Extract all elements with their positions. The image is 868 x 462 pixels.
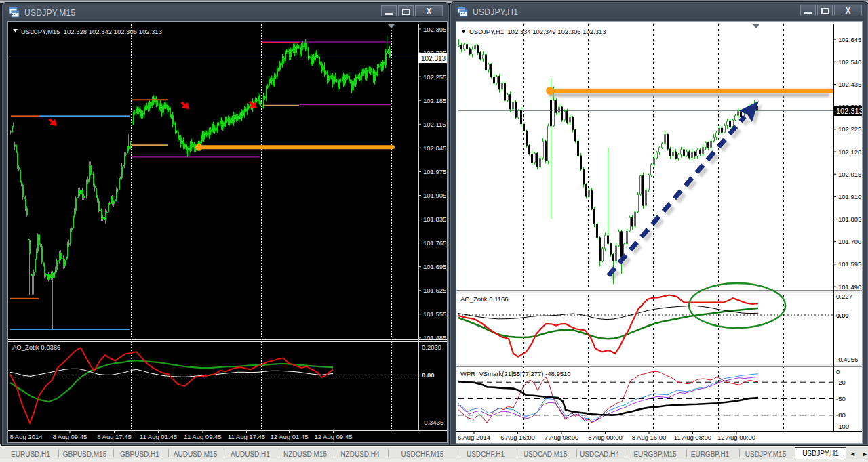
svg-text:0: 0: [836, 368, 840, 375]
svg-text:101.905: 101.905: [423, 192, 446, 199]
svg-text:0.227: 0.227: [836, 293, 852, 300]
svg-text:8 Aug 16:00: 8 Aug 16:00: [632, 434, 667, 441]
svg-text:102.395: 102.395: [423, 26, 446, 33]
svg-text:11 Aug 17:45: 11 Aug 17:45: [228, 433, 265, 440]
svg-text:101.555: 101.555: [423, 310, 446, 318]
svg-text:102.115: 102.115: [423, 121, 446, 128]
svg-text:102.540: 102.540: [838, 58, 861, 66]
svg-text:USDJPY,M15 102.328 102.342 10: USDJPY,M15 102.328 102.342 102.306 102.3…: [21, 28, 162, 35]
svg-text:6 Aug 2014: 6 Aug 2014: [458, 434, 490, 441]
svg-text:0.00: 0.00: [422, 371, 435, 379]
svg-text:-100: -100: [836, 423, 849, 430]
svg-text:WPR_VSmark(21|55|77|277) -48.9: WPR_VSmark(21|55|77|277) -48.9510: [460, 370, 571, 377]
svg-text:102.045: 102.045: [423, 144, 446, 152]
svg-text:102.435: 102.435: [838, 81, 861, 88]
svg-text:101.835: 101.835: [423, 215, 446, 223]
svg-text:101.975: 101.975: [423, 168, 446, 175]
svg-text:0.2039: 0.2039: [422, 343, 441, 351]
svg-text:6 Aug 16:00: 6 Aug 16:00: [500, 434, 535, 441]
svg-text:11 Aug 08:00: 11 Aug 08:00: [674, 434, 711, 441]
svg-text:-0.4956: -0.4956: [836, 356, 858, 363]
svg-text:101.695: 101.695: [423, 263, 446, 270]
svg-text:-80: -80: [836, 411, 846, 419]
svg-text:101.595: 101.595: [838, 260, 861, 268]
svg-text:101.805: 101.805: [838, 215, 861, 223]
svg-text:12 Aug 00:00: 12 Aug 00:00: [717, 434, 755, 441]
svg-text:USDJPY,H1 102.334 102.349 102: USDJPY,H1 102.334 102.349 102.306 102.31…: [469, 28, 606, 35]
svg-text:AO_Zotik 0.0386: AO_Zotik 0.0386: [12, 343, 60, 351]
svg-text:101.625: 101.625: [423, 287, 446, 294]
svg-text:102.313: 102.313: [836, 107, 862, 115]
svg-text:11 Aug 09:45: 11 Aug 09:45: [184, 433, 221, 440]
svg-text:8 Aug 17:45: 8 Aug 17:45: [97, 433, 132, 440]
svg-text:101.490: 101.490: [838, 283, 861, 291]
svg-text:8 Aug 09:45: 8 Aug 09:45: [53, 433, 87, 440]
svg-text:AO_Zotik 0.1166: AO_Zotik 0.1166: [460, 295, 509, 303]
svg-text:8 Aug 00:00: 8 Aug 00:00: [588, 434, 623, 441]
svg-text:101.700: 101.700: [838, 238, 861, 245]
svg-text:7 Aug 08:00: 7 Aug 08:00: [545, 434, 579, 441]
svg-text:-0.3435: -0.3435: [422, 419, 443, 426]
svg-text:102.185: 102.185: [423, 97, 446, 104]
svg-text:8 Aug 2014: 8 Aug 2014: [9, 433, 42, 440]
svg-text:12 Aug 09:45: 12 Aug 09:45: [315, 433, 353, 440]
svg-text:101.910: 101.910: [838, 193, 861, 201]
svg-text:102.313: 102.313: [421, 55, 446, 62]
svg-text:0.00: 0.00: [836, 312, 849, 319]
svg-text:-20: -20: [836, 379, 846, 386]
svg-text:101.485: 101.485: [423, 334, 446, 341]
svg-text:12 Aug 01:45: 12 Aug 01:45: [271, 433, 309, 440]
svg-text:101.765: 101.765: [423, 239, 446, 247]
svg-text:102.015: 102.015: [838, 171, 861, 178]
svg-text:102.225: 102.225: [838, 125, 861, 133]
svg-text:102.255: 102.255: [423, 73, 446, 81]
svg-text:102.645: 102.645: [838, 36, 861, 43]
svg-text:11 Aug 01:45: 11 Aug 01:45: [140, 433, 177, 440]
svg-text:102.120: 102.120: [838, 148, 861, 156]
svg-text:-50: -50: [836, 395, 846, 402]
